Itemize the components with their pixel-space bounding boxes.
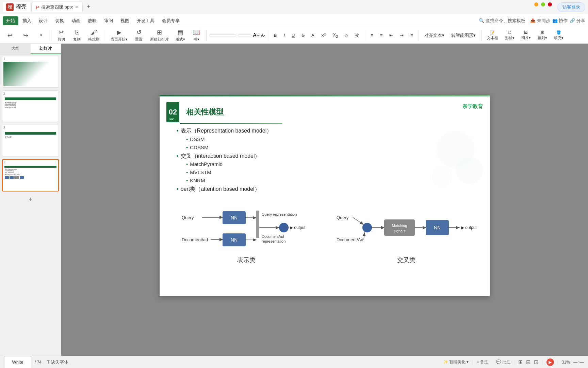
subscript-button[interactable]: X2 <box>330 31 341 40</box>
svg-text:NN: NN <box>231 237 238 243</box>
menu-item-transition[interactable]: 切换 <box>52 16 67 25</box>
menu-item-review[interactable]: 审阅 <box>101 16 116 25</box>
menu-item-view[interactable]: 视图 <box>117 16 133 25</box>
menu-item-animation[interactable]: 动画 <box>68 16 84 25</box>
menu-item-design[interactable]: 设计 <box>35 16 51 25</box>
play-icon: ▶ <box>117 29 121 36</box>
minimize-button[interactable] <box>534 2 538 6</box>
app-logo-tab[interactable]: 程 程壳 <box>3 2 30 12</box>
slide-number-box: 02 NX... <box>166 102 179 122</box>
shapes-button[interactable]: ⬠ 形状▾ <box>502 29 517 42</box>
slide-thumbnail-2[interactable]: 2 相关性模型内容DSSM CDSSMMatchPyramid <box>2 90 59 122</box>
toolbar-separator-2 <box>105 30 105 41</box>
new-slide-button[interactable]: ⊞ 新建幻灯片 <box>147 28 172 43</box>
sidebar-tab-outline[interactable]: 大纲 <box>0 44 31 54</box>
bold-button[interactable]: B <box>271 32 279 39</box>
cut-button[interactable]: ✂ 剪切 <box>54 28 68 43</box>
svg-point-1 <box>456 156 483 184</box>
superscript-button[interactable]: X2 <box>318 31 329 39</box>
svg-text:NN: NN <box>231 215 238 220</box>
sync-action[interactable]: 📤 未同步 <box>530 18 550 24</box>
start-from-current-button[interactable]: ▶ 当页开始▾ <box>108 28 130 43</box>
review-button[interactable]: 💬 批注 <box>496 359 510 365</box>
toolbar-separator-4 <box>268 30 268 41</box>
copy-button[interactable]: ⎘ 复制 <box>70 28 84 43</box>
slide-thumbnail-3[interactable]: 3 文字内容 <box>2 125 59 156</box>
sidebar-tab-slides[interactable]: 幻灯片 <box>31 44 61 54</box>
svg-text:Matching: Matching <box>392 224 407 228</box>
search-icon: 🔍 <box>479 18 484 23</box>
format-painter-button[interactable]: 🖌 格式刷 <box>85 28 102 43</box>
menu-item-devtools[interactable]: 开发工具 <box>133 16 158 25</box>
tab-close-icon[interactable]: ✕ <box>75 5 78 10</box>
layout-button[interactable]: ▤ 版式▾ <box>173 28 188 43</box>
thumb-img-2: 相关性模型内容DSSM CDSSMMatchPyramid <box>3 96 58 121</box>
visit-login-button[interactable]: 访客登录 <box>557 2 585 12</box>
undo-icon: ↩ <box>7 32 13 39</box>
reset-button[interactable]: ↺ 重置 <box>132 28 146 43</box>
app-logo-icon: 程 <box>6 3 14 11</box>
sub-bullet-knrm-text: KNRM <box>190 177 205 185</box>
svg-text:Document/Ad: Document/Ad <box>337 237 363 242</box>
menu-actions: 📤 未同步 👥 协作 🔗 分享 <box>530 18 585 24</box>
font-size-input[interactable] <box>238 34 251 36</box>
new-tab-button[interactable]: + <box>84 2 93 12</box>
menu-item-slideshow[interactable]: 放映 <box>84 16 100 25</box>
add-slide-button[interactable]: ＋ <box>0 193 61 205</box>
arrange-button[interactable]: ⊞ 排列▾ <box>535 29 550 42</box>
smart-beautify-button[interactable]: ✨ 智能美化 ▾ <box>443 359 469 365</box>
thumb-img-4: 表示 RepresentationDSSM CDSSM交叉 interactio… <box>4 165 57 190</box>
backup-button[interactable]: ≡ 备注 <box>476 359 488 365</box>
undo-button[interactable]: ↩ <box>3 31 17 40</box>
font-increase-button[interactable]: A+ <box>253 32 260 39</box>
svg-text:Query representation: Query representation <box>262 212 297 216</box>
row-spacing-button[interactable]: ≡ <box>408 32 416 39</box>
diagram-right-label: 交叉类 <box>397 256 415 264</box>
font-decrease-button[interactable]: A- <box>261 33 265 38</box>
grid-view-button[interactable]: ⊟ <box>526 359 530 365</box>
indent-increase-button[interactable]: ⇥ <box>397 32 406 39</box>
zoom-slider[interactable]: —○— <box>573 360 584 365</box>
picture-button[interactable]: 🖼 图片▾ <box>519 29 534 41</box>
sub-bullet-matchpyramid-text: MatchPyramid <box>190 160 223 168</box>
underline-button[interactable]: U <box>289 32 297 39</box>
font-color-button[interactable]: A <box>309 32 317 39</box>
align-text-button[interactable]: 对齐文本▾ <box>422 31 447 40</box>
fill-icon: 🪣 <box>556 30 561 35</box>
maximize-button[interactable] <box>541 2 545 6</box>
slide-note-placeholder[interactable]: 单击此处添加备注 <box>160 298 490 304</box>
fill-button[interactable]: 🪣 填充▾ <box>551 29 566 42</box>
format-painter-icon: 🖌 <box>91 29 97 36</box>
transform-button[interactable]: 变 <box>352 31 362 40</box>
font-missing-icon[interactable]: T 缺失字体 <box>47 359 68 365</box>
active-tab[interactable]: P 搜索第四课.pptx ✕ <box>31 2 83 12</box>
share-action[interactable]: 🔗 分享 <box>570 18 585 24</box>
slide-thumbnail-1[interactable]: 1 <box>2 56 59 88</box>
font-family-input[interactable] <box>209 34 236 36</box>
menu-item-start[interactable]: 开始 <box>3 16 18 25</box>
redo-dropdown[interactable]: ▾ <box>34 32 48 39</box>
list-ordered-button[interactable]: ≡ <box>377 32 386 39</box>
italic-button[interactable]: I <box>281 32 288 39</box>
svg-point-2 <box>432 167 452 187</box>
arrange-label: 排列▾ <box>538 35 547 41</box>
close-button[interactable] <box>548 2 552 6</box>
book-button[interactable]: 📖 书▾ <box>189 28 203 43</box>
slide-thumbnail-4[interactable]: 4 表示 RepresentationDSSM CDSSM交叉 interact… <box>2 159 59 191</box>
clear-format-button[interactable]: ◇ <box>342 32 351 39</box>
smart-shape-button[interactable]: 转智能图形▾ <box>448 31 478 40</box>
slide-canvas[interactable]: 02 NX... 相关性模型 奈学教育 <box>160 95 490 296</box>
svg-text:▶ output: ▶ output <box>461 225 477 230</box>
menu-search-area[interactable]: 🔍 查找命令、搜索模板 <box>479 18 525 24</box>
redo-button[interactable]: ↪ <box>18 31 33 40</box>
play-button[interactable]: ▶ <box>546 358 554 366</box>
list-unordered-button[interactable]: ≡ <box>368 32 376 39</box>
menu-item-insert[interactable]: 插入 <box>19 16 35 25</box>
textbox-button[interactable]: 📝 文本框 <box>484 29 501 42</box>
strikethrough-button[interactable]: S <box>299 32 307 39</box>
presenter-view-button[interactable]: ⊡ <box>534 359 538 365</box>
menu-item-vip[interactable]: 会员专享 <box>159 16 183 25</box>
normal-view-button[interactable]: ⊞ <box>518 359 523 365</box>
indent-decrease-button[interactable]: ⇤ <box>387 32 396 39</box>
collab-action[interactable]: 👥 协作 <box>552 18 568 24</box>
